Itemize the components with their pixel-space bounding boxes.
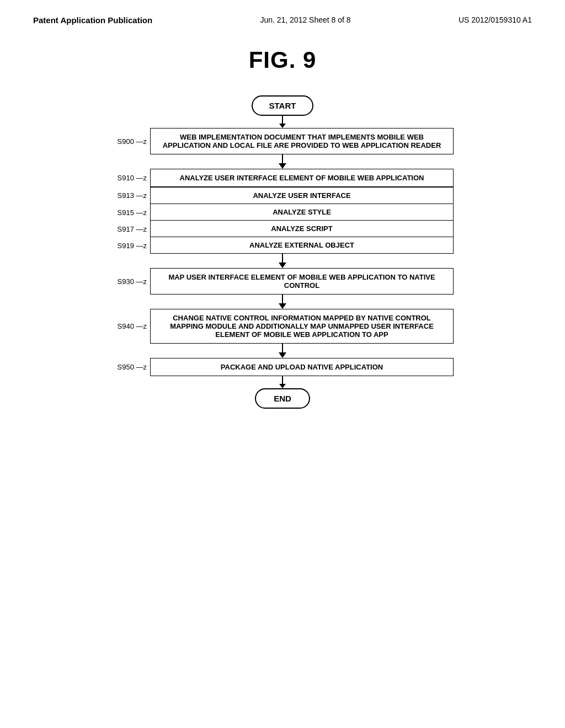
step-s900-label: S900 —z [111,137,150,146]
step-s919-row: S919 —z ANALYZE EXTERNAL OBJECT [111,237,454,254]
step-s913-label: S913 —z [111,191,150,200]
step-s919-text: ANALYZE EXTERNAL OBJECT [150,237,454,254]
flowchart-diagram: START S900 —z WEB IMPLEMENTATION DOCUMEN… [0,95,565,409]
start-row: START [111,95,454,116]
header-patent-number: US 2012/0159310 A1 [459,15,532,24]
step-s940-row: S940 —z CHANGE NATIVE CONTROL INFORMATIO… [111,309,454,344]
arrow-substeps-to-s930 [111,254,454,268]
step-s940-box: CHANGE NATIVE CONTROL INFORMATION MAPPED… [150,309,454,344]
arrow-s950-to-end [111,376,454,388]
step-s940-label: S940 —z [111,322,150,330]
page-header: Patent Application Publication Jun. 21, … [0,0,565,25]
step-s930-text: MAP USER INTERFACE ELEMENT OF MOBILE WEB… [150,268,454,295]
step-s917-label: S917 —z [111,225,150,233]
arrow-start-to-s900 [111,116,454,128]
step-s910-label: S910 —z [111,174,150,182]
step-s910-box: ANALYZE USER INTERFACE ELEMENT OF MOBILE… [150,169,454,187]
end-row: END [111,388,454,409]
step-s915-text: ANALYZE STYLE [150,204,454,221]
step-s950-row: S950 —z PACKAGE AND UPLOAD NATIVE APPLIC… [111,358,454,376]
step-s913-text: ANALYZE USER INTERFACE [150,187,454,204]
step-s950-box: PACKAGE AND UPLOAD NATIVE APPLICATION [150,358,454,376]
step-s913-row: S913 —z ANALYZE USER INTERFACE [111,187,454,204]
step-s930-label: S930 —z [111,277,150,286]
step-s950-label: S950 —z [111,363,150,371]
step-s900-box: WEB IMPLEMENTATION DOCUMENT THAT IMPLEME… [150,128,454,154]
step-s940-text: CHANGE NATIVE CONTROL INFORMATION MAPPED… [150,309,454,344]
step-s910-row: S910 —z ANALYZE USER INTERFACE ELEMENT O… [111,169,454,187]
step-s917-row: S917 —z ANALYZE SCRIPT [111,221,454,237]
step-s930-row: S930 —z MAP USER INTERFACE ELEMENT OF MO… [111,268,454,295]
step-s900-text: WEB IMPLEMENTATION DOCUMENT THAT IMPLEME… [150,128,454,154]
step-s919-label: S919 —z [111,242,150,250]
step-s917-text: ANALYZE SCRIPT [150,221,454,237]
header-publication: Patent Application Publication [33,15,152,25]
figure-title: FIG. 9 [0,47,565,73]
step-s915-label: S915 —z [111,208,150,217]
substeps-group: S913 —z ANALYZE USER INTERFACE S915 —z A… [111,187,454,254]
step-s930-box: MAP USER INTERFACE ELEMENT OF MOBILE WEB… [150,268,454,295]
arrow-s940-to-s950 [111,344,454,358]
step-s915-row: S915 —z ANALYZE STYLE [111,204,454,221]
arrow-s930-to-s940 [111,295,454,309]
start-oval: START [252,95,314,116]
step-s910-text: ANALYZE USER INTERFACE ELEMENT OF MOBILE… [150,169,454,187]
step-s950-text: PACKAGE AND UPLOAD NATIVE APPLICATION [150,358,454,376]
step-s900-row: S900 —z WEB IMPLEMENTATION DOCUMENT THAT… [111,128,454,154]
end-oval: END [255,388,310,409]
arrow-s900-to-s910 [111,154,454,169]
header-date-sheet: Jun. 21, 2012 Sheet 8 of 8 [260,15,350,24]
